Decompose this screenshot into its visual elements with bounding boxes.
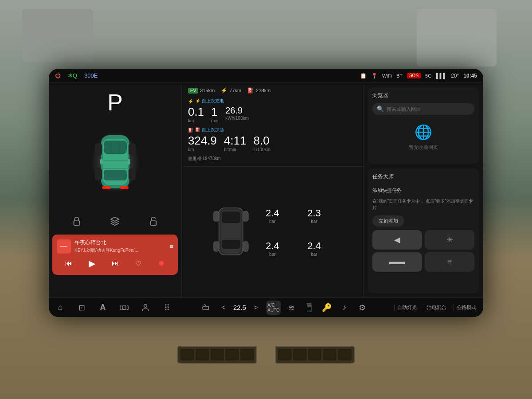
browser-title: 浏览器 [372,92,474,99]
tire-car-view [211,203,251,262]
vent-slot [278,349,292,360]
door-status-row [49,210,181,233]
svg-rect-18 [150,221,156,225]
svg-point-28 [144,304,147,307]
trip-info-section: EV 315km ⚡ 77km ⛽ 238km ⚡ [182,83,363,167]
elec-distance: 0.1 km [188,106,204,123]
svg-rect-14 [120,186,129,189]
temperature-display: 20° [451,73,459,79]
vent-slot [293,349,307,360]
left-vent [177,346,257,364]
unlock-icon[interactable] [145,213,161,229]
font-button[interactable]: A [96,301,110,315]
power-icon: ⏻ [55,72,61,79]
svg-rect-24 [243,211,248,221]
vent-slot [240,349,254,360]
car-button[interactable] [117,301,131,315]
electric-trip-block: ⚡ ⚡ 自上次充电 0.1 km 1 min 26.9 [188,98,357,123]
add-task-button[interactable]: 立刻添加 [372,215,404,227]
url-input[interactable] [387,106,470,112]
toolbar-left-group: ⌂ ⊡ A ⠿ [53,301,174,315]
fuel-consumption: 8.0 L/100km [254,135,270,152]
tire-pressure-section: 2.4 bar [182,167,363,297]
auto-lights-mode[interactable]: 自动灯光 [394,304,419,311]
user-button[interactable] [138,301,153,315]
menu-icon[interactable]: ▬▬ [372,252,422,272]
music-artist: KEY.L刘聪/功夫胖KungFuPen/... [74,247,145,254]
right-vent [275,346,355,364]
music-title: 午夜心碎台北 [74,239,166,246]
temp-decrease-button[interactable]: < [216,301,231,315]
search-bar[interactable]: 🔍 [372,103,474,115]
bottom-toolbar: ⌂ ⊡ A ⠿ [49,297,483,317]
settings-button-tb[interactable]: ⚙ [355,301,369,315]
apps-button[interactable]: ⠿ [160,301,174,315]
task-description: 在"我的"页面任务卡片中， 点击"更多"添加至桌面卡片 [372,198,474,211]
trunk-icon[interactable] [107,213,123,229]
favorite-button[interactable]: ♡ [135,259,141,268]
vent-slot [196,349,209,360]
next-button[interactable]: ⏭ [112,259,119,267]
gear-display: P [107,91,123,114]
svg-rect-25 [214,242,219,251]
play-button[interactable]: ▶ [89,258,95,269]
bluetooth-icon: BT [396,73,403,78]
quick-action-icons: ◀ ✳ ▬▬ ≡ [372,230,474,272]
audio-button[interactable]: ♪ [337,301,352,315]
fan-icon[interactable]: ✳ [425,230,474,250]
home-button[interactable]: ⌂ [53,301,67,315]
svg-rect-4 [104,170,127,180]
road-mode[interactable]: 公路模式 [454,304,479,311]
task-add-title: 添加快捷任务 [372,187,474,194]
search-icon: 🔍 [377,106,384,112]
globe-icon: 🌐 [415,124,432,141]
task-widget: 任务大师 添加快捷任务 在"我的"页面任务卡片中， 点击"更多"添加至桌面卡片 … [368,168,479,293]
tire-pressure-grid: 2.4 bar [218,203,328,262]
calendar-icon: 📋 [360,73,367,79]
key-button[interactable]: 🔑 [320,301,334,315]
fuel-range-value: 238km [256,88,270,93]
fuel-range: ⛽ 238km [247,87,270,94]
total-mileage: 总里程 19478km [188,156,357,162]
music-player-widget: — 午夜心碎台北 KEY.L刘聪/功夫胖KungFuPen/... ≡ ⏮ ▶ … [52,235,178,275]
svg-rect-26 [243,242,248,251]
signal-bars: ▌▌▌ [436,73,446,78]
air-vents [177,346,355,364]
svg-rect-23 [214,211,219,221]
elec-consumption: 26.9 kWh/100km [225,106,249,123]
electric-trip-label: ⚡ ⚡ 自上次充电 [188,98,357,104]
defrost-button[interactable]: ≋ [284,301,298,315]
lock-icon[interactable] [69,213,85,229]
ac-unit-button[interactable] [199,301,213,315]
front-right-tire: 2.3 bar [307,207,321,224]
music-app-icon[interactable]: — [57,239,71,254]
split-screen-button[interactable]: ⊡ [74,301,89,315]
toolbar-right-group: 自动灯光 油电混合 公路模式 [394,304,479,311]
record-button[interactable]: ⏺ [158,259,165,267]
location-icon: 📍 [371,73,378,79]
vent-slot [308,349,322,360]
climate-icon: ❄Q [68,72,77,79]
ac-auto-button[interactable]: A/CAUTO [266,301,281,315]
fuel-trip-block: ⛽ ⛽ 自上次加油 324.9 km 4:11 hr:min [188,127,357,152]
settings-icon[interactable]: ≡ [425,252,474,272]
ev-range-value: 315km [200,88,215,93]
temp-increase-button[interactable]: > [249,301,263,315]
clock: 10:45 [463,73,477,79]
vent-slot [338,349,352,360]
speed-indicator: 300E [84,72,98,79]
equalizer-icon[interactable]: ≡ [170,243,173,250]
no-bookmarks-area: 🌐 暂无收藏网页 [372,115,474,160]
rear-left-tire: 2.4 bar [266,240,279,257]
bg-car-left [22,9,93,62]
electric-icon: ⚡ [221,87,227,94]
status-bar: ⏻ ❄Q 300E 📋 📍 WiFi BT SOS 5G ▌▌▌ 20° 10:… [49,69,483,83]
svg-rect-16 [128,159,130,164]
navigation-icon[interactable]: ◀ [372,230,422,250]
phone-button[interactable]: 📱 [302,301,316,315]
svg-rect-21 [222,211,240,223]
infotainment-screen: ⏻ ❄Q 300E 📋 📍 WiFi BT SOS 5G ▌▌▌ 20° 10:… [49,69,483,317]
prev-button[interactable]: ⏮ [65,259,72,267]
hybrid-mode[interactable]: 油电混合 [424,304,449,311]
range-info-row: EV 315km ⚡ 77km ⛽ 238km [188,87,357,94]
